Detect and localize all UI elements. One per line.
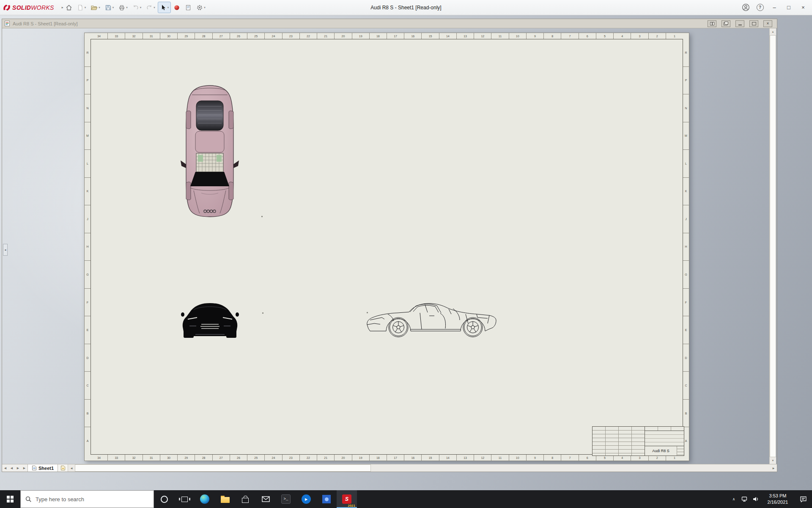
home-button[interactable] — [63, 2, 74, 13]
new-dropdown-icon[interactable]: ▾ — [85, 6, 86, 9]
document-window: Audi R8 S - Sheet1 [Read-only] × 3433323… — [2, 19, 777, 472]
select-tool-button[interactable]: ▾ — [158, 2, 171, 13]
print-button[interactable]: ▾ — [116, 2, 130, 13]
zone-label: 30 — [160, 33, 177, 39]
zone-label: D — [85, 344, 91, 372]
doc-restore-button[interactable] — [749, 20, 758, 27]
zone-label: 25 — [247, 455, 264, 461]
clock-time: 3:53 PM — [769, 493, 787, 499]
doc-minimize-button[interactable] — [735, 20, 744, 27]
drawing-view-top[interactable] — [179, 84, 240, 218]
doc-split-button[interactable] — [708, 20, 716, 27]
save-button[interactable]: ▾ — [103, 2, 116, 13]
undo-button[interactable]: ▾ — [130, 2, 144, 13]
redo-button[interactable]: ▾ — [144, 2, 157, 13]
scroll-down-button[interactable]: ▼ — [770, 457, 776, 464]
edge-icon — [200, 494, 209, 504]
drawing-sheet[interactable]: 3433323130292827262524232221201918171615… — [84, 33, 689, 461]
mail-button[interactable] — [255, 490, 276, 508]
photos-icon — [322, 495, 331, 503]
tray-expand-button[interactable]: ∧ — [728, 490, 739, 508]
store-button[interactable] — [235, 490, 255, 508]
gear-icon — [196, 4, 203, 11]
zone-label: 18 — [369, 455, 387, 461]
command-prompt-button[interactable]: >_ — [276, 490, 296, 508]
first-sheet-button[interactable]: ◀ — [2, 464, 8, 472]
file-explorer-button[interactable] — [215, 490, 235, 508]
help-button[interactable]: ? — [754, 2, 766, 13]
close-button[interactable]: × — [797, 2, 809, 13]
scroll-right-button[interactable]: ▶ — [770, 464, 777, 472]
zone-label: 19 — [352, 33, 369, 39]
zone-label: 1 — [666, 33, 683, 39]
file-properties-button[interactable] — [183, 2, 194, 13]
vertical-scrollbar[interactable]: ▲ ▼ — [769, 28, 776, 464]
next-sheet-button[interactable]: ▶ — [15, 464, 21, 472]
open-dropdown-icon[interactable]: ▾ — [99, 6, 100, 9]
document-title-bar[interactable]: Audi R8 S - Sheet1 [Read-only] × — [2, 19, 777, 28]
media-player-icon: ▶ — [302, 494, 311, 504]
drawing-view-front[interactable] — [181, 301, 239, 339]
previous-sheet-button[interactable]: ◀ — [8, 464, 15, 472]
add-sheet-button[interactable] — [58, 464, 68, 472]
viewport[interactable]: 3433323130292827262524232221201918171615… — [2, 28, 777, 472]
print-dropdown-icon[interactable]: ▾ — [126, 6, 128, 9]
solidworks-logo[interactable]: SOLIDWORKS — [3, 4, 54, 11]
red-sphere-button[interactable] — [171, 2, 182, 13]
clock-date: 2/16/2021 — [768, 499, 788, 505]
featuremanager-collapse-handle[interactable]: ◀ — [3, 244, 8, 256]
media-player-button[interactable]: ▶ — [296, 490, 316, 508]
zone-label: R — [683, 39, 689, 66]
split-icon — [710, 22, 714, 25]
zone-label: M — [683, 122, 689, 150]
task-view-button[interactable] — [174, 490, 195, 508]
drawing-view-side[interactable] — [366, 301, 498, 338]
scroll-left-button[interactable]: ◀ — [68, 464, 75, 472]
taskbar-clock[interactable]: 3:53 PM 2/16/2021 — [761, 490, 794, 508]
start-button[interactable] — [0, 490, 20, 508]
zone-label: K — [85, 177, 91, 205]
zone-label: 11 — [491, 455, 508, 461]
save-dropdown-icon[interactable]: ▾ — [112, 6, 114, 9]
horizontal-scrollbar[interactable]: ◀ ▶ — [68, 464, 777, 472]
search-input[interactable] — [36, 496, 149, 502]
redo-dropdown-icon[interactable]: ▾ — [154, 6, 155, 9]
account-button[interactable] — [739, 2, 752, 13]
open-button[interactable]: ▾ — [88, 2, 102, 13]
photos-button[interactable] — [316, 490, 337, 508]
maximize-button[interactable]: □ — [782, 2, 795, 13]
zone-label: 25 — [247, 33, 264, 39]
vertical-scroll-thumb[interactable] — [770, 35, 776, 457]
horizontal-scroll-track[interactable] — [371, 464, 770, 472]
cortana-button[interactable] — [154, 490, 174, 508]
doc-cascade-button[interactable] — [721, 20, 730, 27]
speaker-icon — [752, 496, 759, 502]
last-sheet-button[interactable]: ▶ — [21, 464, 27, 472]
zone-letters-right: RPNMLKJHGFEDCBA — [683, 39, 689, 455]
network-button[interactable] — [739, 490, 750, 508]
drawing-document-icon — [4, 20, 10, 27]
action-center-button[interactable] — [794, 490, 812, 508]
zone-label: 16 — [404, 455, 421, 461]
scroll-up-button[interactable]: ▲ — [770, 28, 776, 35]
tab-sheet1[interactable]: Sheet1 — [27, 464, 58, 472]
solidworks-taskbar-button[interactable]: S 2021 — [337, 490, 357, 508]
undo-dropdown-icon[interactable]: ▾ — [140, 6, 142, 9]
view-origin-marker — [262, 312, 263, 314]
select-dropdown-icon[interactable]: ▾ — [167, 6, 169, 9]
minimize-button[interactable]: – — [768, 2, 781, 13]
new-document-button[interactable]: ▾ — [75, 2, 88, 13]
volume-button[interactable] — [750, 490, 761, 508]
options-button[interactable]: ▾ — [194, 2, 208, 13]
title-block-revision-table — [593, 427, 645, 456]
taskbar-search-box[interactable] — [20, 490, 154, 508]
doc-close-button[interactable]: × — [763, 20, 772, 27]
zone-label: 20 — [334, 33, 351, 39]
print-icon — [118, 4, 125, 11]
options-dropdown-icon[interactable]: ▾ — [204, 6, 206, 9]
zone-label: P — [683, 66, 689, 94]
edge-button[interactable] — [195, 490, 215, 508]
horizontal-scroll-thumb[interactable] — [75, 464, 371, 472]
zone-label: 31 — [143, 455, 160, 461]
doc-restore-icon — [752, 22, 756, 25]
